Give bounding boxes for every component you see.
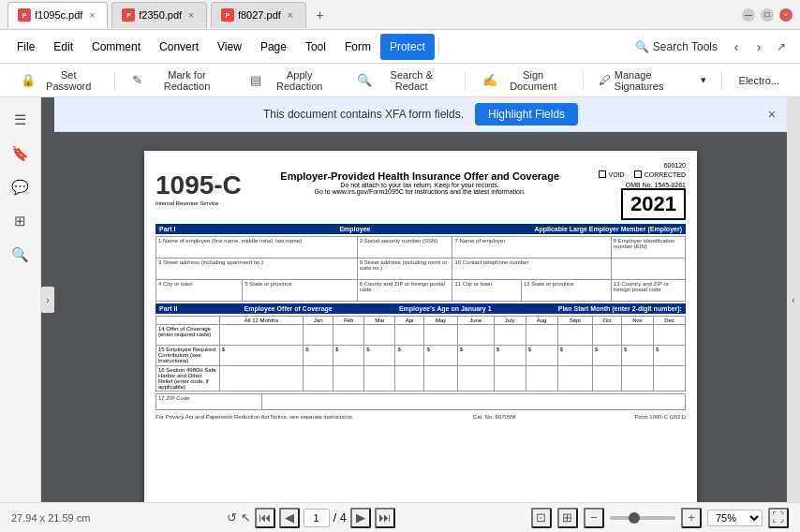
line17-field[interactable]: 17 ZIP Code — [156, 394, 262, 410]
menu-page[interactable]: Page — [251, 34, 296, 60]
manage-signatures-dropdown[interactable]: 🖊 Manage Signatures ▾ — [591, 66, 714, 96]
new-tab-button[interactable]: + — [310, 5, 331, 25]
line15-oct[interactable]: $ — [593, 346, 622, 366]
tab-close-2[interactable]: × — [185, 9, 197, 22]
apply-redaction-button[interactable]: ▤ Apply Redaction — [241, 67, 344, 94]
minimize-button[interactable]: — — [742, 8, 755, 22]
maximize-button[interactable]: □ — [761, 8, 774, 22]
field-5[interactable]: 5 State or province — [243, 280, 357, 302]
line16-mar[interactable] — [364, 366, 395, 392]
line14-all[interactable] — [219, 325, 303, 346]
field-12[interactable]: 12 State or province — [521, 280, 611, 302]
menu-form[interactable]: Form — [335, 34, 380, 60]
menu-protect[interactable]: Protect — [380, 34, 435, 60]
line14-nov[interactable] — [622, 325, 654, 346]
pdf-scroll-area[interactable]: 600120 1095-C Internal Revenue Service E… — [54, 132, 787, 502]
field-9[interactable]: 9 Street address (including room or suit… — [357, 259, 452, 280]
line15-nov[interactable]: $ — [622, 346, 654, 366]
fit-width-button[interactable]: ⊞ — [557, 508, 578, 528]
nav-forward-button[interactable]: › — [748, 36, 770, 58]
line16-feb[interactable] — [333, 366, 364, 392]
line15-mar[interactable]: $ — [364, 346, 395, 366]
last-page-button[interactable]: ⏭ — [375, 508, 395, 528]
field-2[interactable]: 2 Social security number (SSN) — [357, 237, 452, 259]
set-password-button[interactable]: 🔒 Set Password — [11, 67, 107, 94]
banner-close-button[interactable]: × — [768, 107, 776, 122]
line16-dec[interactable] — [653, 366, 685, 392]
page-number-input[interactable] — [304, 509, 330, 527]
line14-apr[interactable] — [395, 325, 424, 346]
field-11[interactable]: 11 City or town — [452, 280, 522, 302]
field-10[interactable]: 10 Contact telephone number — [452, 259, 611, 280]
menu-tool[interactable]: Tool — [296, 34, 335, 60]
field-4[interactable]: 4 City or town — [156, 280, 243, 302]
line14-jan[interactable] — [304, 325, 333, 346]
cursor-icon[interactable]: ↖ — [241, 510, 251, 525]
line16-june[interactable] — [457, 366, 494, 392]
sidebar-item-search[interactable]: 🔍 — [6, 240, 36, 270]
tab-f2350[interactable]: P f2350.pdf × — [111, 2, 207, 28]
line16-apr[interactable] — [395, 366, 424, 392]
mark-redaction-button[interactable]: ✎ Mark for Redaction — [123, 67, 236, 94]
line14-sept[interactable] — [557, 325, 593, 346]
line16-aug[interactable] — [526, 366, 557, 392]
line15-may[interactable]: $ — [424, 346, 457, 366]
nav-back-button[interactable]: ‹ — [725, 36, 748, 58]
zoom-in-button[interactable]: + — [681, 508, 702, 528]
zoom-select[interactable]: 75% 50% 100% 125% 150% 200% — [707, 510, 763, 526]
tab-close-3[interactable]: × — [285, 9, 296, 22]
line14-may[interactable] — [424, 325, 457, 346]
menu-convert[interactable]: Convert — [150, 34, 208, 60]
zoom-slider[interactable] — [610, 516, 675, 520]
line14-aug[interactable] — [526, 325, 557, 346]
search-redact-button[interactable]: 🔍 Search & Redact — [348, 67, 457, 94]
search-tools-button[interactable]: 🔍 Search Tools — [628, 37, 725, 57]
line14-oct[interactable] — [593, 325, 622, 346]
line16-all[interactable] — [219, 366, 303, 392]
line15-june[interactable]: $ — [457, 346, 494, 366]
electronic-button[interactable]: Electro... — [730, 67, 789, 94]
sign-document-button[interactable]: ✍ Sign Document — [473, 67, 575, 94]
rotate-icon[interactable]: ↺ — [227, 510, 237, 525]
line15-jan[interactable]: $ — [304, 346, 333, 366]
line16-july[interactable] — [494, 366, 526, 392]
prev-page-button[interactable]: ◀ — [279, 508, 300, 528]
field-13[interactable]: 13 Country and ZIP or foreign postal cod… — [611, 280, 685, 302]
line16-nov[interactable] — [622, 366, 654, 392]
line16-oct[interactable] — [593, 366, 622, 392]
next-page-button[interactable]: ▶ — [350, 508, 371, 528]
fullscreen-button[interactable]: ⛶ — [768, 508, 789, 528]
corrected-checkbox[interactable]: CORRECTED — [634, 170, 686, 178]
line14-july[interactable] — [494, 325, 526, 346]
line14-dec[interactable] — [653, 325, 685, 346]
line14-feb[interactable] — [333, 325, 364, 346]
highlight-fields-button[interactable]: Highlight Fields — [475, 103, 578, 126]
sidebar-item-comments[interactable]: 💬 — [6, 172, 36, 202]
left-expand-tab[interactable]: › — [41, 287, 54, 313]
field-6[interactable]: 6 County and ZIP or foreign postal code — [357, 280, 452, 302]
fit-page-button[interactable]: ⊡ — [531, 508, 552, 528]
zoom-out-button[interactable]: − — [584, 508, 604, 528]
menu-edit[interactable]: Edit — [44, 34, 82, 60]
line15-apr[interactable]: $ — [395, 346, 424, 366]
field-7[interactable]: 7 Name of employer — [452, 237, 611, 259]
line16-jan[interactable] — [304, 366, 333, 392]
line14-mar[interactable] — [364, 325, 395, 346]
line16-may[interactable] — [424, 366, 457, 392]
field-3[interactable]: 3 Street address (including apartment no… — [156, 259, 358, 280]
tab-f1095c[interactable]: P f1095c.pdf × — [7, 2, 108, 28]
line15-all[interactable]: $ — [219, 346, 303, 366]
tab-f8027[interactable]: P f8027.pdf × — [211, 2, 306, 28]
tab-close-1[interactable]: × — [86, 9, 97, 22]
line15-dec[interactable]: $ — [653, 346, 685, 366]
sidebar-item-pages[interactable]: ⊞ — [6, 206, 36, 236]
line16-sept[interactable] — [557, 366, 593, 392]
line15-sept[interactable]: $ — [557, 346, 593, 366]
sidebar-item-panels[interactable]: ☰ — [6, 105, 36, 135]
share-button[interactable]: ↗ — [770, 36, 793, 58]
line15-aug[interactable]: $ — [526, 346, 557, 366]
menu-view[interactable]: View — [208, 34, 251, 60]
right-expand-tab[interactable]: ‹ — [787, 97, 800, 502]
field-1[interactable]: 1 Name of employee (first name, middle i… — [156, 237, 358, 259]
line15-july[interactable]: $ — [494, 346, 526, 366]
